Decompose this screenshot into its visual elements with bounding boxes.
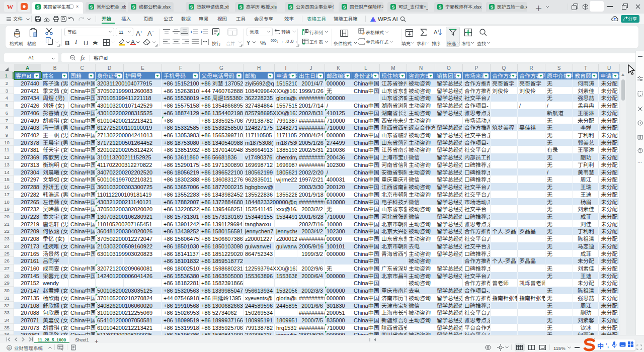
- svg-text:A: A: [434, 29, 438, 35]
- svg-text:业: 业: [8, 345, 11, 350]
- svg-text:W: W: [7, 3, 14, 11]
